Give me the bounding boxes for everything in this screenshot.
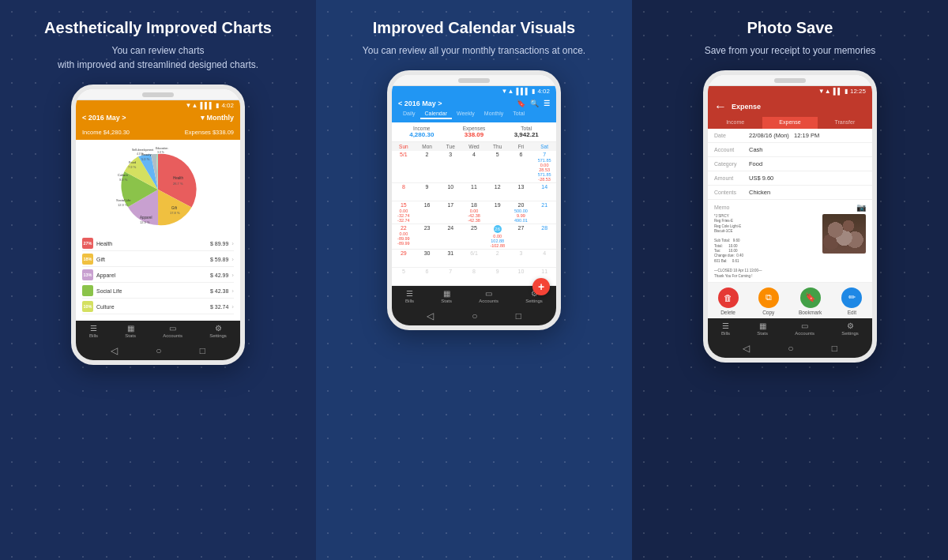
expense-screen-title: Expense [732, 103, 761, 111]
apparel-label: Apparel [96, 272, 115, 278]
health-dot: 27% [82, 238, 93, 249]
delete-icon: 🗑 [718, 288, 739, 308]
left-expense: Expenses $338.09 [185, 129, 234, 136]
svg-text:Health: Health [173, 176, 184, 180]
nav-bills[interactable]: ☰ Bills [89, 324, 98, 338]
legend-social: Social Life $ 42.38 › [82, 285, 234, 299]
field-contents: Contents Chicken [708, 186, 872, 200]
tab-calendar[interactable]: Calendar [420, 109, 452, 119]
svg-text:4.0 %: 4.0 % [137, 152, 144, 156]
memo-label: Memo [714, 205, 729, 210]
center-home-nav: ○ [472, 310, 477, 321]
camera-icon[interactable]: 📷 [856, 203, 866, 212]
center-nav-stats[interactable]: ▦ Stats [441, 289, 452, 303]
social-chevron: › [231, 288, 234, 295]
field-amount: Amount US$ 9.60 [708, 171, 872, 186]
svg-text:5.0 %: 5.0 % [141, 157, 150, 161]
social-dot [82, 285, 93, 296]
nav-stats[interactable]: ▦ Stats [125, 324, 136, 338]
search-icon: 🔍 [530, 100, 539, 107]
field-date: Date 22/08/16 (Mon) 12:19 PM [708, 129, 872, 143]
left-notch [142, 92, 174, 97]
cal-dow-row: Sun Mon Tue Wed Thu Fri Sat [392, 142, 556, 151]
left-time: 4:02 [221, 102, 234, 109]
dow-tue: Tue [438, 142, 462, 151]
stats-label: Stats [125, 333, 136, 338]
right-settings-label: Settings [841, 331, 859, 336]
back-icon[interactable]: ← [714, 100, 727, 114]
copy-button[interactable]: ⧉ Copy [758, 288, 779, 315]
tab-monthly[interactable]: Monthly [480, 109, 509, 119]
center-time: 4:02 [537, 88, 550, 95]
left-header: < 2016 May > ▾ Monthly [76, 111, 240, 126]
center-nav-accounts[interactable]: ▭ Accounts [479, 289, 498, 303]
cal-week-4: 22 0.00 -89.99 -89.99 23 24 25 26 0.00 1… [392, 224, 556, 250]
cal-week-2: 8 9 10 11 12 13 14 [392, 183, 556, 201]
tab-expense[interactable]: Expense [762, 117, 817, 129]
right-nav-accounts[interactable]: ▭ Accounts [795, 321, 814, 336]
bookmark-button[interactable]: 🔖 Bookmark [799, 288, 822, 315]
dow-sat: Sat [532, 142, 556, 151]
filter-icon: ☰ [544, 100, 550, 107]
delete-label: Delete [720, 310, 735, 315]
right-notch-bar [708, 75, 872, 86]
cal-summary: Income 4,280.30 Expenses 338.09 Total 3,… [392, 122, 556, 142]
center-settings-label: Settings [525, 299, 543, 303]
right-notch [774, 78, 806, 83]
left-income: Income $4,280.30 [82, 129, 130, 136]
cal-header: < 2016 May > 🔖 🔍 ☰ Daily Calendar Weekly… [392, 96, 556, 122]
right-nav-bills[interactable]: ☰ Bills [721, 321, 730, 336]
right-accounts-icon: ▭ [801, 321, 808, 330]
center-title: Improved Calendar Visuals [373, 19, 575, 37]
expense-tabs: Income Expense Transfer [708, 117, 872, 129]
right-nav-settings[interactable]: ⚙ Settings [841, 321, 859, 336]
tab-transfer[interactable]: Transfer [818, 117, 872, 129]
apparel-chevron: › [231, 272, 234, 279]
cal-week-6: 5 6 7 8 9 10 11 [392, 268, 556, 286]
svg-text:Apparel: Apparel [140, 216, 152, 220]
svg-text:Self-development: Self-development [132, 148, 153, 152]
copy-label: Copy [762, 310, 774, 315]
right-accounts-label: Accounts [795, 331, 814, 336]
left-chart-area: Health 26.7 % Gift 17.8 % Apparel 12.9 %… [76, 140, 240, 321]
center-nav-bills[interactable]: ☰ Bills [405, 289, 414, 303]
right-battery-icon: ▮ [845, 88, 848, 95]
settings-label: Settings [209, 333, 227, 338]
bills-icon: ☰ [90, 324, 97, 333]
left-month: < 2016 May > [82, 114, 126, 122]
settings-icon: ⚙ [215, 324, 222, 333]
right-subtitle: Save from your receipt to your memories [705, 43, 876, 58]
legend-rows: 27% Health $ 89.99 › 18% Gift $ 59.89 [82, 238, 234, 314]
tab-weekly[interactable]: Weekly [452, 109, 480, 119]
svg-text:Culture: Culture [118, 173, 129, 177]
nav-settings[interactable]: ⚙ Settings [209, 324, 227, 338]
right-bills-label: Bills [721, 331, 730, 336]
center-battery-icon: ▮ [532, 88, 535, 95]
left-subtitle: You can review chartswith improved and s… [58, 43, 258, 72]
delete-button[interactable]: 🗑 Delete [718, 288, 739, 315]
center-phone-bottom: ◁ ○ □ [392, 306, 556, 325]
tab-daily[interactable]: Daily [398, 109, 420, 119]
cal-fab[interactable]: + [532, 278, 550, 295]
center-subtitle: You can review all your monthly transact… [363, 43, 585, 58]
center-wifi-icon: ▼▲ [502, 88, 514, 95]
bookmark-label: Bookmark [799, 310, 822, 315]
edit-button[interactable]: ✏ Edit [841, 288, 862, 315]
expense-header: ← Expense [708, 96, 872, 117]
left-title: Aesthetically Improved Charts [44, 19, 272, 37]
tab-total[interactable]: Total [508, 109, 529, 119]
right-title: Photo Save [747, 19, 833, 37]
dow-thu: Thu [486, 142, 510, 151]
right-nav-stats[interactable]: ▦ Stats [757, 321, 768, 336]
center-notch [458, 78, 490, 83]
home-nav: ○ [156, 345, 161, 356]
legend-gift: 18% Gift $ 59.89 › [82, 254, 234, 267]
gift-chevron: › [231, 256, 234, 263]
nav-accounts[interactable]: ▭ Accounts [163, 324, 182, 338]
field-account: Account Cash [708, 143, 872, 157]
tab-income[interactable]: Income [708, 117, 762, 129]
cal-tabs: Daily Calendar Weekly Monthly Total [398, 109, 550, 119]
right-stats-label: Stats [757, 331, 768, 336]
center-accounts-icon: ▭ [485, 289, 492, 298]
right-time: 12:25 [850, 88, 866, 95]
